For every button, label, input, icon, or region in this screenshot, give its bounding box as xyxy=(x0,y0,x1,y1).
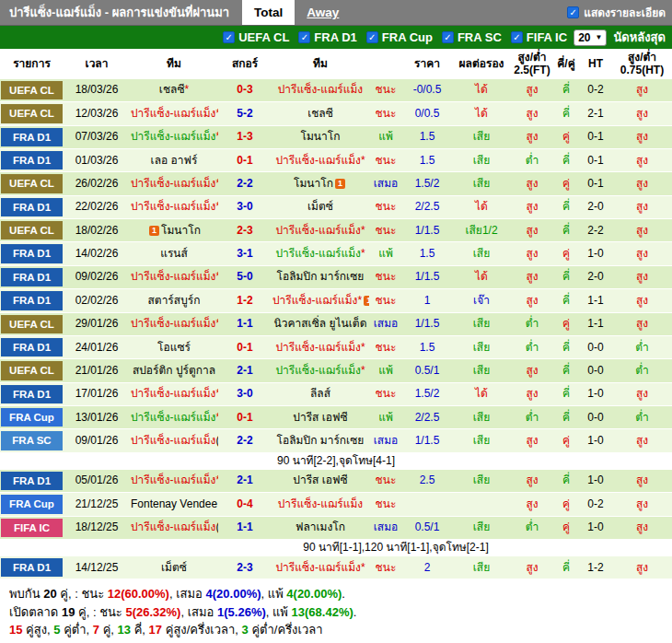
league-filter-uefa-cl[interactable]: ✓UEFA CL xyxy=(223,30,289,44)
ft-score: 1-2 xyxy=(218,289,272,312)
team-name: สตาร์สบูร์ก xyxy=(148,294,201,307)
handicap-result: ได้ xyxy=(452,102,511,125)
over-under-ft: สูง xyxy=(511,556,553,579)
match-date: 21/01/26 xyxy=(64,359,130,382)
handicap-result: เสีย xyxy=(452,470,511,493)
over-under-ft: ต่ำ xyxy=(511,148,553,171)
summary-segment: 4(20.00%) xyxy=(286,587,342,601)
handicap-price: 2/2.5 xyxy=(402,195,452,218)
handicap-price: 1.5 xyxy=(402,242,452,265)
over-under-ft: ต่ำ xyxy=(511,335,553,358)
summary-segment: 13(68.42%) xyxy=(292,605,353,619)
tab-total[interactable]: Total xyxy=(242,0,295,25)
match-row: FRA D117/01/26ปารีแซ็ง-แฌร์แม็ง*3-0ลีลส์… xyxy=(0,382,672,405)
match-date: 09/01/26 xyxy=(64,429,130,452)
odd-even: คี่ xyxy=(553,195,579,218)
match-date: 29/01/26 xyxy=(64,312,130,335)
col-header: HT xyxy=(579,49,612,79)
league-filter-fra-sc[interactable]: ✓FRA SC xyxy=(442,30,502,44)
handicap-result: เสีย xyxy=(452,516,511,539)
ft-score: 1-3 xyxy=(218,125,272,148)
away-team: เม็ตซ์ xyxy=(272,195,369,218)
over-under-ft: สูง xyxy=(511,102,553,125)
league-filter-label: FRA Cup xyxy=(382,30,433,44)
checkbox-checked-icon[interactable]: ✓ xyxy=(567,6,579,18)
league-badge: UEFA CL xyxy=(1,361,63,380)
handicap-price: 1/1.5 xyxy=(402,429,452,452)
checkbox-checked-icon[interactable]: ✓ xyxy=(511,31,523,43)
team-name: โอลิมปิก มาร์กเซย xyxy=(277,434,365,447)
team-star-mark: * xyxy=(215,317,218,330)
league-filters: ✓UEFA CL✓FRA D1✓FRA Cup✓FRA SC✓FIFA IC xyxy=(223,30,567,44)
over-under-ht: สูง xyxy=(612,195,672,218)
odd-even: คี่ xyxy=(553,148,579,171)
league-filter-fra-d1[interactable]: ✓FRA D1 xyxy=(298,30,356,44)
league-filter-fifa-ic[interactable]: ✓FIFA IC xyxy=(511,30,567,44)
ft-score: 5-2 xyxy=(218,102,272,125)
summary-segment: คู่สูง/ครึ่งเวลา, xyxy=(162,623,241,637)
over-under-ht: สูง xyxy=(612,242,672,265)
team-name: ปารีส เอฟซี xyxy=(293,411,347,424)
over-under-ft: ต่ำ xyxy=(511,516,553,539)
over-under-ft: สูง xyxy=(511,219,553,242)
checkbox-checked-icon[interactable]: ✓ xyxy=(298,31,310,43)
league-badge: FRA D1 xyxy=(1,128,63,146)
handicap-price: 0.5/1 xyxy=(402,516,452,539)
team-name: เม็ตซ์ xyxy=(307,200,333,213)
summary-segment: 1(5.26%) xyxy=(217,605,266,619)
team-star-mark: * xyxy=(361,561,365,574)
away-team: โอลิมปิก มาร์กเซย xyxy=(272,429,369,452)
team-name: โมนาโก xyxy=(300,130,340,143)
recent-matches-select[interactable]: 20 ▼ xyxy=(574,29,607,46)
over-under-ft: สูง xyxy=(511,429,553,452)
over-under-ht: สูง xyxy=(612,172,672,195)
away-team: ปารีแซ็ง-แฌร์แม็ง*1 xyxy=(272,289,369,312)
over-under-ft: ต่ำ xyxy=(511,406,553,429)
league-filter-fra-cup[interactable]: ✓FRA Cup xyxy=(366,30,433,44)
team-name: ปารีแซ็ง-แฌร์แม็ง xyxy=(131,270,215,283)
match-date: 02/02/26 xyxy=(64,289,130,312)
col-header: สูง/ต่ำ 2.5(FT) xyxy=(511,49,553,79)
match-row: UEFA CL21/01/26สปอร์ติก ปูร์ตูกาล2-1ปารี… xyxy=(0,359,672,382)
checkbox-checked-icon[interactable]: ✓ xyxy=(366,31,378,43)
team-name: นิวคาสเซิ่ล ยูไนเต็ด xyxy=(274,317,367,330)
over-under-ht: สูง xyxy=(612,148,672,171)
match-result: เสมอ xyxy=(369,312,402,335)
show-details-label: แสดงรายละเอียด xyxy=(584,4,666,21)
tab-away-label: Away xyxy=(307,6,339,19)
handicap-result: เสีย xyxy=(452,242,511,265)
away-team: ลีลส์ xyxy=(272,382,369,405)
league-cell: FRA SC xyxy=(0,429,64,452)
summary-segment: เปิดตลาด xyxy=(9,605,62,619)
over-under-ht: สูง xyxy=(612,265,672,288)
handicap-price: 0.5/1 xyxy=(402,359,452,382)
over-under-ft: สูง xyxy=(511,265,553,288)
handicap-price: 1.5/2 xyxy=(402,172,452,195)
show-details-toggle[interactable]: ✓ แสดงรายละเอียด xyxy=(567,0,672,25)
league-badge: FIFA IC xyxy=(1,519,63,537)
team-name: ปารีแซ็ง-แฌร์แม็ง xyxy=(275,561,360,574)
handicap-result: เสีย xyxy=(452,556,511,579)
checkbox-checked-icon[interactable]: ✓ xyxy=(223,31,235,43)
handicap-price: 1 xyxy=(402,289,452,312)
team-star-mark: * xyxy=(215,130,218,143)
team-name: ปารีแซ็ง-แฌร์แม็ง xyxy=(278,83,363,96)
match-date: 01/03/26 xyxy=(64,148,130,171)
checkbox-checked-icon[interactable]: ✓ xyxy=(442,31,454,43)
match-row: UEFA CL12/03/26ปารีแซ็ง-แฌร์แม็ง*5-2เชลซ… xyxy=(0,102,672,125)
ft-score: 2-3 xyxy=(218,556,272,579)
home-team: เชลซี* xyxy=(130,79,218,102)
over-under-ht: สูง xyxy=(612,493,672,516)
ft-score: 5-0 xyxy=(218,265,272,288)
ht-score: 1-0 xyxy=(579,516,612,539)
league-cell: FRA D1 xyxy=(0,335,64,358)
home-team: ปารีแซ็ง-แฌร์แม็ง(N)* xyxy=(130,429,218,452)
summary-segment: คู่ต่ำ, xyxy=(61,623,93,637)
home-team: เม็ตซ์ xyxy=(130,556,218,579)
away-team: ปารีแซ็ง-แฌร์แม็ง* xyxy=(272,335,369,358)
ft-score: 2-1 xyxy=(218,470,272,493)
ht-score: 0-2 xyxy=(579,493,612,516)
ft-score: 3-0 xyxy=(218,382,272,405)
tab-away[interactable]: Away xyxy=(295,0,351,25)
league-badge: FRA Cup xyxy=(1,408,63,427)
